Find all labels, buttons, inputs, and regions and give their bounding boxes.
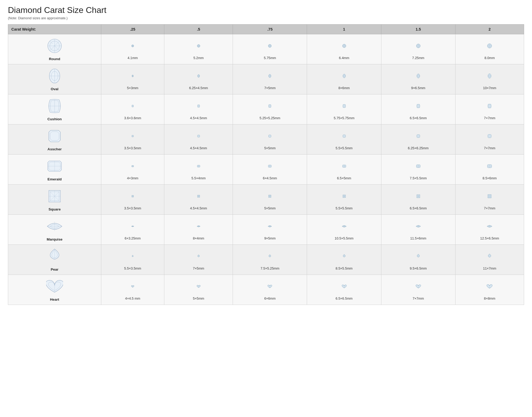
- size-text: 5.5×5.5mm: [336, 146, 352, 150]
- size-icon: [125, 159, 140, 175]
- header-row: Carat Weight: .25 .5 .75 1 1.5 2: [8, 25, 524, 34]
- header-col5: 1.5: [381, 25, 455, 34]
- size-cell: 5.25×5.25mm: [233, 94, 307, 124]
- size-text: 4.5×4.5mm: [190, 146, 207, 150]
- size-text: 3.5×3.5mm: [124, 206, 141, 210]
- size-icon: [337, 129, 352, 145]
- size-cell: 6.5×6.5mm: [307, 275, 381, 305]
- size-icon: [337, 249, 352, 265]
- size-icon: [337, 69, 352, 84]
- shape-icon-pear: [46, 248, 63, 266]
- table-row: Asscher 3.5×3.5mm 4.5×4.5mm: [8, 124, 524, 155]
- size-cell: 7×7mm: [381, 275, 455, 305]
- size-text: 11.5×6mm: [410, 236, 426, 240]
- size-icon: [337, 219, 352, 235]
- size-text: 11×7mm: [483, 266, 496, 270]
- size-text: 6.25×6.25mm: [408, 146, 429, 150]
- size-icon: [411, 279, 426, 295]
- size-cell: 4.5×4.5mm: [164, 94, 233, 124]
- size-cell: 5.2mm: [164, 34, 233, 64]
- size-text: 5.5×4mm: [191, 176, 206, 180]
- size-icon: [482, 69, 497, 84]
- size-text: 6.4mm: [339, 56, 349, 60]
- svg-point-47: [53, 74, 54, 75]
- shape-label: Asscher: [47, 147, 62, 151]
- size-cell: 3.5×3.5mm: [101, 124, 164, 155]
- size-cell: 11.5×6mm: [381, 215, 455, 245]
- shape-label: Marquise: [47, 237, 63, 241]
- shape-cell-round: Round: [8, 34, 101, 64]
- size-cell: 7.5×5.25mm: [233, 245, 307, 275]
- size-text: 7×7mm: [413, 296, 424, 300]
- size-cell: 8.5×6mm: [455, 155, 524, 185]
- size-icon: [337, 189, 352, 205]
- size-icon: [482, 189, 497, 205]
- size-cell: 5.75×5.75mm: [307, 94, 381, 124]
- size-text: 7×5mm: [193, 266, 204, 270]
- size-text: 7×7mm: [484, 116, 495, 120]
- size-icon: [125, 279, 140, 295]
- size-text: 6.5×6.5mm: [410, 116, 426, 120]
- page-subtitle: (Note: Diamond sizes are approximate.): [8, 16, 524, 20]
- shape-cell-emerald: Emerald: [8, 155, 101, 185]
- size-text: 3.6×3.6mm: [124, 116, 141, 120]
- shape-label: Emerald: [47, 177, 62, 181]
- size-icon: [482, 159, 497, 175]
- size-icon: [411, 219, 426, 235]
- size-cell: 7×7mm: [455, 185, 524, 215]
- size-icon: [125, 189, 140, 205]
- size-icon: [125, 69, 140, 84]
- shape-label: Heart: [50, 298, 59, 301]
- table-row: Square 3.5×3.5mm: [8, 185, 524, 215]
- size-text: 8.5×6mm: [483, 176, 497, 180]
- size-cell: 6.25×6.25mm: [381, 124, 455, 155]
- size-text: 5×5mm: [193, 296, 204, 300]
- shape-icon-emerald: [46, 158, 63, 176]
- svg-marker-88: [417, 135, 420, 137]
- header-col6: 2: [455, 25, 524, 34]
- size-cell: 8.0mm: [455, 34, 524, 64]
- size-cell: 10×7mm: [455, 64, 524, 94]
- size-text: 6.5×5mm: [337, 176, 351, 180]
- size-text: 7×7mm: [484, 146, 495, 150]
- size-text: 10.5×5.5mm: [335, 236, 354, 240]
- size-cell: 7.5×5.5mm: [381, 155, 455, 185]
- size-icon: [191, 249, 206, 265]
- header-col3: .75: [233, 25, 307, 34]
- size-cell: 6×3.25mm: [101, 215, 164, 245]
- size-icon: [125, 39, 140, 54]
- size-cell: 5×3mm: [101, 64, 164, 94]
- size-icon: [482, 99, 497, 114]
- size-icon: [125, 99, 140, 114]
- size-text: 6×4.5mm: [263, 176, 277, 180]
- size-text: 7.5×5.25mm: [261, 266, 280, 270]
- size-cell: 9.5×6.5mm: [381, 245, 455, 275]
- shape-icon-oval: [46, 68, 63, 85]
- size-text: 3.5×3.5mm: [124, 146, 141, 150]
- size-text: 4.5×4.5mm: [190, 206, 207, 210]
- size-text: 5.75×5.75mm: [334, 116, 354, 120]
- table-row: Heart 4×4.5 mm 5×5mm: [8, 275, 524, 305]
- shape-icon-marquise: [46, 218, 63, 236]
- shape-cell-oval: Oval: [8, 64, 101, 94]
- size-icon: [337, 279, 352, 295]
- size-icon: [262, 219, 277, 235]
- shape-cell-pear: Pear: [8, 245, 101, 275]
- size-text: 7.25mm: [412, 56, 424, 60]
- size-icon: [191, 219, 206, 235]
- size-cell: 5.75mm: [233, 34, 307, 64]
- size-cell: 6.5×6.5mm: [381, 185, 455, 215]
- size-cell: 7×5mm: [233, 64, 307, 94]
- size-cell: 8×8mm: [455, 275, 524, 305]
- size-icon: [262, 69, 277, 84]
- size-cell: 12.5×6.5mm: [455, 215, 524, 245]
- table-row: Marquise 6×3.25mm 8×4mm: [8, 215, 524, 245]
- size-icon: [262, 129, 277, 145]
- size-icon: [262, 99, 277, 114]
- size-icon: [191, 99, 206, 114]
- table-row: Round 4.1mm: [8, 34, 524, 64]
- table-row: Cushion 3.6×3.6mm 4.5×4.5mm: [8, 94, 524, 124]
- diamond-chart: Carat Weight: .25 .5 .75 1 1.5 2 Round: [8, 24, 524, 305]
- table-row: Emerald 4×3mm 5.5×4mm: [8, 155, 524, 185]
- size-cell: 8×6mm: [307, 64, 381, 94]
